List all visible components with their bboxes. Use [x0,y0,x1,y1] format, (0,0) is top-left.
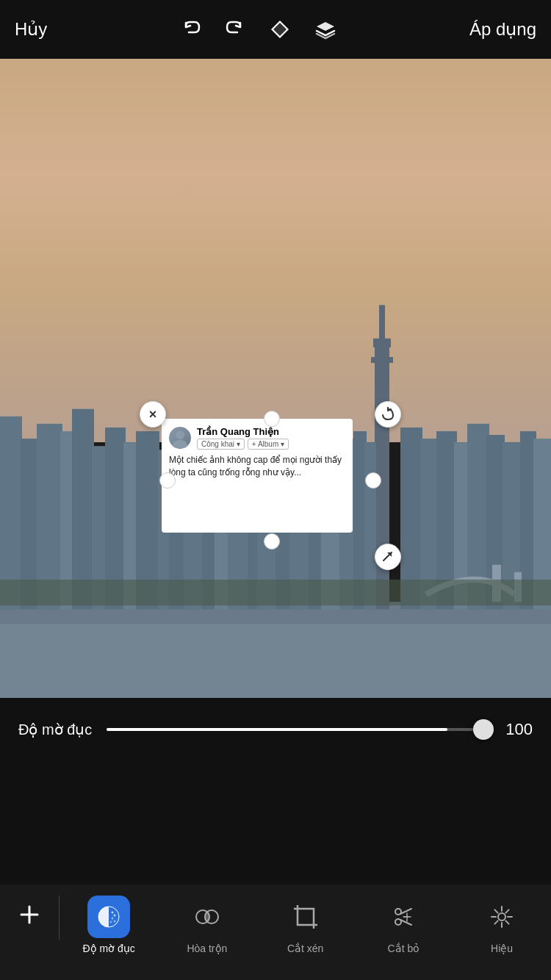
svg-rect-54 [298,909,314,925]
cat-bo-icon-wrap [382,896,425,938]
svg-rect-41 [0,579,551,605]
handle-top-center[interactable] [264,411,280,427]
cat-bo-icon [389,903,417,931]
opacity-value: 100 [500,720,533,739]
image-area: Trần Quang Thiện Công khai ▾ + Album ▾ M… [0,59,551,698]
cat-bo-label: Cắt bỏ [388,943,420,954]
slider-thumb[interactable] [473,719,494,740]
svg-line-62 [400,920,411,925]
svg-line-71 [495,909,498,912]
layers-button[interactable] [314,18,337,41]
undo-button[interactable] [180,18,202,40]
tab-hieu[interactable]: Hiệu [453,896,551,954]
layers-icon [314,18,337,41]
opacity-control: Độ mờ đục 100 [0,720,551,739]
slider-fill [107,728,447,731]
plus-icon [18,903,41,926]
resize-icon [381,550,395,564]
tab-do-mo-duc[interactable]: Độ mờ đục [60,896,158,954]
svg-rect-20 [373,338,391,347]
redo-icon [224,18,246,40]
resize-handle[interactable] [375,544,401,570]
svg-rect-21 [371,356,393,362]
tab-hoa-tron[interactable]: Hòa trộn [158,896,256,954]
svg-point-47 [112,912,114,914]
do-mo-duc-icon [95,903,123,931]
svg-rect-1 [0,624,551,698]
eraser-button[interactable] [268,18,292,41]
svg-rect-6 [72,408,94,609]
svg-point-49 [112,918,114,920]
hieu-label: Hiệu [491,943,513,954]
apply-button[interactable]: Áp dụng [469,19,536,40]
cancel-button[interactable]: Hủy [15,19,47,40]
cat-xen-icon-wrap [284,896,327,938]
card-badges: Công khai ▾ + Album ▾ [197,439,289,450]
svg-point-43 [173,440,187,448]
rotate-icon [381,407,395,422]
svg-point-50 [114,920,116,923]
svg-line-72 [506,920,509,923]
eraser-icon [268,18,292,41]
svg-point-51 [110,921,112,923]
toolbar-icons [180,18,337,41]
card-header: Trần Quang Thiện Công khai ▾ + Album ▾ [169,426,345,450]
cat-xen-icon [292,903,320,931]
svg-line-61 [400,909,411,914]
card-text: Một chiếc ảnh không cap để mọi người thấ… [169,454,345,479]
hieu-icon [488,903,516,931]
handle-mid-right[interactable] [365,472,381,489]
svg-line-73 [506,909,509,912]
svg-point-66 [498,913,505,920]
handle-mid-left[interactable] [159,472,176,489]
undo-icon [180,18,202,40]
badge-public: Công khai ▾ [197,439,245,450]
card-username: Trần Quang Thiện [197,426,289,437]
tab-cat-bo[interactable]: Cắt bỏ [355,896,453,954]
add-tab-button[interactable] [0,896,59,940]
tab-cat-xen[interactable]: Cắt xén [256,896,355,954]
tab-bar: Độ mờ đục Hòa trộn [0,884,551,980]
add-icon-wrap [15,896,44,940]
avatar [169,427,191,449]
close-icon: × [149,407,157,422]
hieu-icon-wrap [480,896,523,938]
hoa-tron-label: Hòa trộn [187,943,227,954]
card-user-info: Trần Quang Thiện Công khai ▾ + Album ▾ [197,426,289,450]
svg-line-74 [495,920,498,923]
do-mo-duc-label: Độ mờ đục [82,943,134,954]
svg-point-42 [176,430,184,439]
bottom-panel: Độ mờ đục 100 [0,698,551,980]
redo-button[interactable] [224,18,246,40]
rotate-handle[interactable] [375,401,401,428]
close-handle[interactable]: × [140,401,166,428]
hoa-tron-icon-wrap [186,896,228,938]
opacity-label: Độ mờ đục [18,721,92,738]
sticker-card: Trần Quang Thiện Công khai ▾ + Album ▾ M… [162,419,353,533]
opacity-slider[interactable] [107,728,485,731]
svg-point-48 [114,915,116,917]
hoa-tron-icon [193,903,221,931]
cat-xen-label: Cắt xén [287,943,323,954]
badge-album: + Album ▾ [248,439,289,450]
handle-bottom-center[interactable] [264,533,280,550]
top-toolbar: Hủy Áp dụng [0,0,551,59]
sticker-container[interactable]: Trần Quang Thiện Công khai ▾ + Album ▾ M… [162,419,353,533]
do-mo-duc-icon-wrap [87,896,130,938]
